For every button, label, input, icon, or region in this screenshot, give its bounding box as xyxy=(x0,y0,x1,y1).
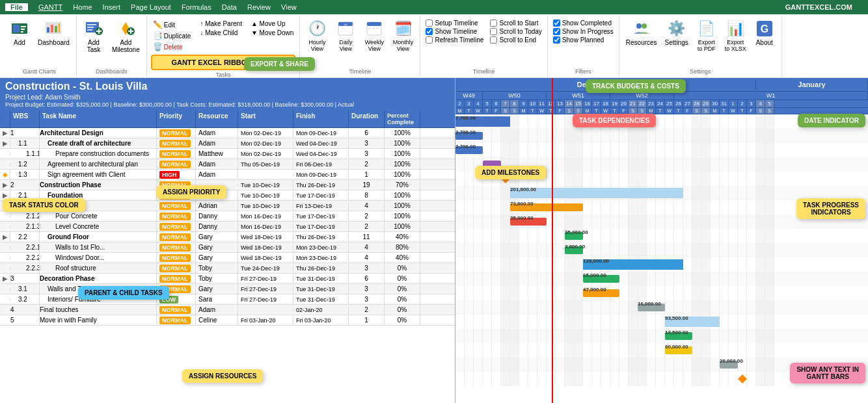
add-milestone-button[interactable]: AddMilestone xyxy=(109,17,142,55)
row-priority: NORMAL xyxy=(157,128,196,138)
gantt-grid-cell xyxy=(565,172,574,186)
gantt-grid-cell xyxy=(665,129,674,143)
gantt-bar-amount: 20,060.00 xyxy=(720,358,743,364)
hourly-view-button[interactable]: 🕐 HourlyView xyxy=(304,17,330,53)
refresh-timeline-check[interactable]: Refresh Timeline xyxy=(426,36,483,44)
scroll-start-check[interactable]: Scroll to Start xyxy=(490,20,541,27)
add-task-button[interactable]: AddTask xyxy=(81,17,107,55)
setup-timeline-check[interactable]: Setup Timeline xyxy=(426,20,483,27)
gantt-grid-cell xyxy=(465,343,474,358)
scroll-end-check[interactable]: Scroll to End xyxy=(490,36,541,44)
gantt-grid-cell xyxy=(765,172,774,186)
add-button[interactable]: Add xyxy=(7,17,33,47)
gantt-grid-cell xyxy=(747,329,756,343)
gantt-grid-cell xyxy=(583,129,592,143)
gantt-dow-cell: W xyxy=(601,108,610,114)
gantt-grid-cell xyxy=(574,286,583,300)
monthly-view-button[interactable]: 🗓️ MonthlyView xyxy=(390,17,416,53)
menu-page-layout[interactable]: Page Layout xyxy=(131,3,171,11)
gantt-grid-cell xyxy=(556,272,565,286)
menu-insert[interactable]: Insert xyxy=(103,3,121,11)
gantt-grid-cell xyxy=(455,272,465,286)
gantt-dow-cell: S xyxy=(565,108,574,114)
track-budgets-callout: TRACK BUDGETS & COSTS xyxy=(586,79,686,93)
about-button[interactable]: G About xyxy=(752,17,778,47)
move-up-button[interactable]: ▲ Move Up xyxy=(249,20,295,28)
gantt-grid-cell xyxy=(474,372,483,386)
gantt-grid-cell xyxy=(729,372,738,386)
gantt-grid-cell xyxy=(756,129,765,143)
resources-button[interactable]: Resources xyxy=(623,17,660,47)
show-timeline-check[interactable]: Show Timeline xyxy=(426,28,483,35)
ribbon-group-views-label: Timeline xyxy=(304,67,416,75)
menu-view[interactable]: View xyxy=(281,3,297,11)
show-planned-check[interactable]: Show Planned xyxy=(553,36,614,44)
gantt-day-cell: 1 xyxy=(729,100,738,107)
row-wbs: 2.1.3 xyxy=(10,222,40,231)
gantt-dow-cell: M xyxy=(455,108,465,114)
row-priority: NORMAL xyxy=(157,253,196,263)
make-child-button[interactable]: ↓ Make Child xyxy=(198,29,243,37)
make-parent-button[interactable]: ↑ Make Parent xyxy=(198,20,243,28)
gantt-day-row: 2345678910111213141516171819202122232425… xyxy=(455,100,868,108)
tasks-col1: ✏️ Edit 📑 Duplicate 🗑️ Delete xyxy=(151,17,193,52)
menu-file[interactable]: File xyxy=(5,3,28,11)
edit-button[interactable]: ✏️ Edit xyxy=(151,20,193,30)
menu-formulas[interactable]: Formulas xyxy=(182,3,211,11)
gantt-dow-cell: S xyxy=(765,108,774,114)
gantt-grid-cell xyxy=(601,214,610,229)
scroll-today-check[interactable]: Scroll to Today xyxy=(490,28,541,35)
daily-view-button[interactable]: 27 DailyView xyxy=(332,17,359,53)
gantt-grid-cell xyxy=(619,286,629,300)
gantt-grid-cell xyxy=(647,143,656,157)
gantt-bar-amount: 2,700.00 xyxy=(455,129,476,135)
show-completed-check[interactable]: Show Completed xyxy=(553,20,614,27)
gantt-grid-cell xyxy=(565,300,574,315)
row-expand[interactable]: ▶ xyxy=(0,232,10,242)
settings-button[interactable]: ⚙️ Settings xyxy=(662,17,691,47)
gantt-grid-cell xyxy=(601,300,610,315)
show-in-progress-check[interactable]: Show In Progress xyxy=(553,28,614,35)
dashboard-button[interactable]: Dashboard xyxy=(35,17,72,47)
gantt-grid-cell xyxy=(455,157,465,172)
gantt-day-cell: 14 xyxy=(565,100,574,107)
duplicate-button[interactable]: 📑 Duplicate xyxy=(151,31,193,41)
row-resource: Adrian xyxy=(196,201,238,211)
gantt-dow-cell: T xyxy=(483,108,492,114)
row-start: Wed 18-Dec-19 xyxy=(238,243,293,252)
table-row: 4 Final touches NORMAL Adam 02-Jan-20 2 … xyxy=(0,305,455,315)
menu-review[interactable]: Review xyxy=(247,3,271,11)
gantt-body-row: 35,000.00 xyxy=(455,229,868,243)
gantt-grid-cell xyxy=(547,257,556,272)
th-task: Task Name xyxy=(40,110,157,127)
gantt-grid-cell xyxy=(711,257,720,272)
row-expand[interactable]: ▶ xyxy=(0,274,10,283)
gantt-grid-cell xyxy=(492,186,501,200)
row-expand[interactable]: ▶ xyxy=(0,128,10,138)
menu-gantt[interactable]: GANTT xyxy=(38,3,62,11)
gantt-grid-cell xyxy=(501,358,510,372)
weekly-view-button[interactable]: WeeklyView xyxy=(361,17,387,53)
menu-home[interactable]: Home xyxy=(73,3,92,11)
export-pdf-button[interactable]: 📄 Exportto PDF xyxy=(694,17,720,53)
gantt-grid-cell xyxy=(665,286,674,300)
move-down-button[interactable]: ▼ Move Down xyxy=(249,29,295,37)
row-expand[interactable]: ▶ xyxy=(0,138,10,148)
gantt-grid-cell xyxy=(638,286,647,300)
gantt-grid-cell xyxy=(729,129,738,143)
gantt-grid-cell xyxy=(455,286,465,300)
gantt-grid-cell xyxy=(765,143,774,157)
svg-rect-29 xyxy=(372,27,375,29)
export-xlsx-button[interactable]: 📊 Exportto XLSX xyxy=(722,17,749,53)
gantt-dow-cell: F xyxy=(683,108,692,114)
gantt-dow-cell: F xyxy=(619,108,629,114)
gantt-grid-cell xyxy=(465,300,474,315)
gantt-grid-cell xyxy=(629,300,638,315)
th-wbs: WBS xyxy=(10,110,40,127)
gantt-grid-cell xyxy=(574,358,583,372)
row-expand[interactable]: ▶ xyxy=(0,180,10,190)
delete-button[interactable]: 🗑️ Delete xyxy=(151,42,193,52)
gantt-grid-cell xyxy=(738,214,747,229)
menu-data[interactable]: Data xyxy=(222,3,237,11)
gantt-grid-cell xyxy=(711,329,720,343)
